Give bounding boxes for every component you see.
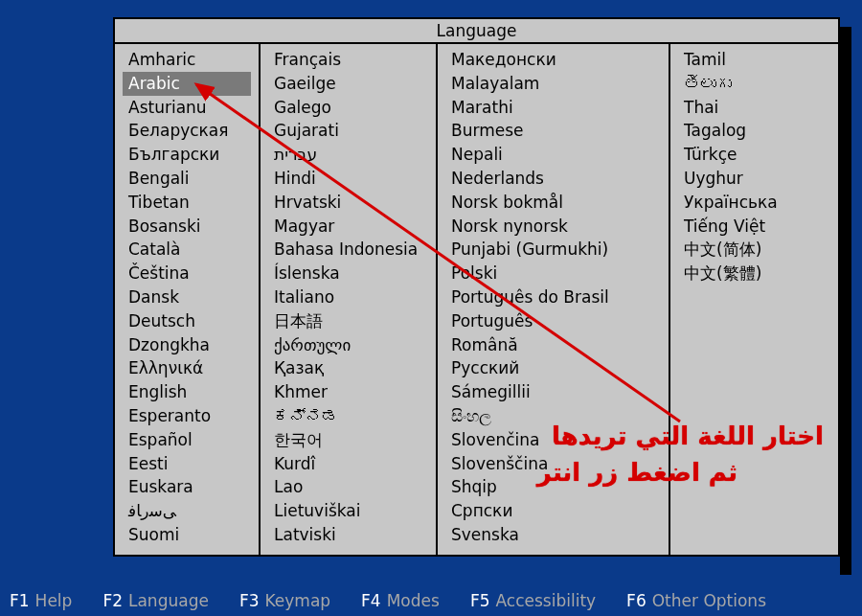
language-option[interactable]: Thai: [678, 96, 828, 120]
annotation-line-2: ثم اضغط زر انتر: [537, 456, 737, 489]
fkey-f3[interactable]: F3Keymap: [239, 591, 330, 610]
language-option[interactable]: Malayalam: [445, 72, 661, 96]
language-option[interactable]: Ελληνικά: [123, 356, 251, 380]
language-option[interactable]: Latviski: [268, 523, 428, 547]
language-option[interactable]: Српски: [445, 499, 661, 523]
language-option[interactable]: Українська: [678, 191, 828, 215]
language-option[interactable]: Bengali: [123, 167, 251, 191]
language-option[interactable]: Македонски: [445, 48, 661, 72]
language-option[interactable]: Dansk: [123, 285, 251, 309]
language-option[interactable]: Khmer: [268, 380, 428, 404]
language-option[interactable]: Bahasa Indonesia: [268, 238, 428, 262]
language-option[interactable]: Amharic: [123, 48, 251, 72]
language-option[interactable]: ಕನ್ನಡ: [268, 404, 428, 428]
language-option[interactable]: Uyghur: [678, 167, 828, 191]
language-option[interactable]: Svenska: [445, 523, 661, 547]
language-option[interactable]: Português do Brasil: [445, 285, 661, 309]
language-option[interactable]: Burmese: [445, 119, 661, 143]
language-option[interactable]: Sámegillii: [445, 380, 661, 404]
language-option[interactable]: Lao: [268, 475, 428, 499]
language-option[interactable]: Dzongkha: [123, 333, 251, 357]
language-option[interactable]: Português: [445, 309, 661, 333]
language-option[interactable]: Қазақ: [268, 356, 428, 380]
language-option[interactable]: Bosanski: [123, 215, 251, 239]
function-key-bar: F1HelpF2LanguageF3KeymapF4ModesF5Accessi…: [0, 591, 862, 610]
language-option[interactable]: Galego: [268, 96, 428, 120]
language-option[interactable]: Gujarati: [268, 119, 428, 143]
language-option[interactable]: Tagalog: [678, 119, 828, 143]
language-option[interactable]: Marathi: [445, 96, 661, 120]
language-option[interactable]: 日本語: [268, 309, 428, 333]
fkey-f6[interactable]: F6Other Options: [626, 591, 766, 610]
language-column-2: FrançaisGaeilgeGalegoGujaratiעבריתHindiH…: [259, 44, 436, 555]
fkey-label: Help: [35, 591, 73, 610]
fkey-f4[interactable]: F4Modes: [361, 591, 440, 610]
language-option[interactable]: తెలుగు: [678, 72, 828, 96]
language-option[interactable]: Français: [268, 48, 428, 72]
language-option[interactable]: Eesti: [123, 452, 251, 476]
fkey-key: F3: [239, 591, 260, 610]
language-option[interactable]: Català: [123, 238, 251, 262]
language-option[interactable]: Hrvatski: [268, 191, 428, 215]
language-option[interactable]: Kurdî: [268, 452, 428, 476]
language-option[interactable]: Nederlands: [445, 167, 661, 191]
language-option[interactable]: Lietuviškai: [268, 499, 428, 523]
language-option[interactable]: 中文(简体): [678, 238, 828, 262]
language-column-1: AmharicArabicAsturianuБеларускаяБългарск…: [115, 44, 259, 555]
language-option[interactable]: Magyar: [268, 215, 428, 239]
language-option[interactable]: Deutsch: [123, 309, 251, 333]
language-option[interactable]: Tamil: [678, 48, 828, 72]
annotation-line-1: اختار اللغة التي تريدها: [552, 420, 824, 452]
fkey-key: F4: [361, 591, 381, 610]
language-option[interactable]: ქართული: [268, 333, 428, 357]
fkey-key: F5: [470, 591, 490, 610]
language-option[interactable]: Norsk nynorsk: [445, 215, 661, 239]
fkey-key: F2: [102, 591, 123, 610]
installer-screen: Language AmharicArabicAsturianuБеларуска…: [0, 0, 862, 616]
language-option[interactable]: Română: [445, 333, 661, 357]
language-option[interactable]: Asturianu: [123, 96, 251, 120]
fkey-key: F1: [10, 591, 30, 610]
dialog-title: Language: [115, 19, 838, 44]
fkey-label: Other Options: [652, 591, 766, 610]
language-option[interactable]: Беларуская: [123, 119, 251, 143]
language-option[interactable]: Arabic: [123, 72, 251, 96]
language-option[interactable]: 한국어: [268, 428, 428, 452]
language-option[interactable]: Hindi: [268, 167, 428, 191]
fkey-f2[interactable]: F2Language: [102, 591, 209, 610]
language-option[interactable]: Nepali: [445, 143, 661, 167]
language-option[interactable]: Gaeilge: [268, 72, 428, 96]
fkey-f1[interactable]: F1Help: [10, 591, 72, 610]
language-option[interactable]: Čeština: [123, 262, 251, 285]
language-option[interactable]: Tibetan: [123, 191, 251, 215]
language-option[interactable]: 中文(繁體): [678, 262, 828, 285]
language-option[interactable]: Български: [123, 143, 251, 167]
language-option[interactable]: Euskara: [123, 475, 251, 499]
language-option[interactable]: Türkçe: [678, 143, 828, 167]
language-option[interactable]: Esperanto: [123, 404, 251, 428]
fkey-f5[interactable]: F5Accessibility: [470, 591, 596, 610]
language-option[interactable]: ﻰﺳﺭﺎﻓ: [123, 499, 251, 523]
language-option[interactable]: Español: [123, 428, 251, 452]
language-option[interactable]: Русский: [445, 356, 661, 380]
language-option[interactable]: English: [123, 380, 251, 404]
language-option[interactable]: Italiano: [268, 285, 428, 309]
fkey-label: Keymap: [265, 591, 331, 610]
language-option[interactable]: Íslenska: [268, 262, 428, 285]
fkey-key: F6: [626, 591, 646, 610]
fkey-label: Modes: [387, 591, 440, 610]
fkey-label: Language: [128, 591, 209, 610]
language-option[interactable]: Polski: [445, 262, 661, 285]
language-option[interactable]: Norsk bokmål: [445, 191, 661, 215]
fkey-label: Accessibility: [496, 591, 597, 610]
language-option[interactable]: Tiếng Việt: [678, 215, 828, 239]
language-option[interactable]: עברית: [268, 143, 428, 167]
language-option[interactable]: Punjabi (Gurmukhi): [445, 238, 661, 262]
language-option[interactable]: Suomi: [123, 523, 251, 547]
